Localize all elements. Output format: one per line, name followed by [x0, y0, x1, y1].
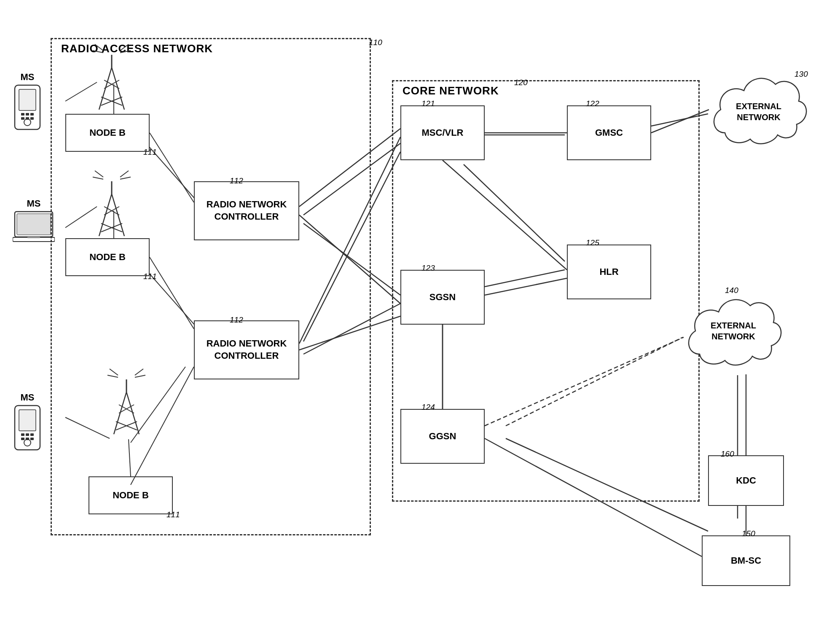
svg-line-44	[93, 51, 103, 53]
rnc2-ref: 112	[230, 315, 243, 325]
svg-rect-26	[30, 113, 34, 116]
antenna3	[105, 367, 148, 442]
nodeb3-ref: 111	[166, 510, 180, 519]
nodeb1-ref: 111	[143, 148, 157, 157]
svg-rect-29	[30, 117, 34, 120]
core-ref: 120	[514, 78, 528, 87]
ran-ref: 110	[369, 38, 382, 47]
ggsn-box: GGSN	[400, 409, 485, 464]
external-network1: EXTERNAL NETWORK	[708, 70, 809, 154]
svg-rect-27	[21, 117, 24, 120]
nodeb2-box: NODE B	[65, 238, 150, 276]
diagram: RADIO ACCESS NETWORK 110 CORE NETWORK 12…	[0, 0, 840, 637]
external-network2-label: EXTERNAL NETWORK	[711, 320, 756, 342]
sgsn-ref: 123	[421, 263, 435, 273]
hlr-ref: 125	[586, 238, 599, 247]
svg-rect-35	[19, 410, 36, 431]
svg-line-56	[120, 171, 129, 177]
svg-rect-28	[26, 117, 29, 120]
external-network1-label: EXTERNAL NETWORK	[736, 101, 781, 123]
ggsn-ref: 124	[421, 403, 435, 412]
svg-line-66	[107, 375, 118, 377]
kdc-ref: 160	[721, 449, 734, 459]
sgsn-box: SGSN	[400, 270, 485, 325]
svg-rect-39	[30, 433, 34, 436]
svg-rect-40	[21, 438, 24, 440]
mscvlr-box: MSC/VLR	[400, 105, 485, 160]
kdc-box: KDC	[708, 455, 784, 506]
svg-rect-33	[27, 237, 40, 238]
svg-rect-37	[21, 433, 24, 436]
svg-line-54	[95, 171, 103, 177]
svg-rect-31	[17, 214, 51, 235]
ran-title: RADIO ACCESS NETWORK	[61, 42, 213, 55]
nodeb2-ref: 111	[143, 272, 157, 281]
gmsc-ref: 122	[586, 99, 599, 108]
external-network2: EXTERNAL NETWORK	[683, 287, 784, 375]
svg-line-65	[110, 369, 118, 375]
antenna1	[91, 42, 133, 118]
bmsc-box: BM-SC	[702, 535, 790, 586]
svg-rect-38	[26, 433, 29, 436]
svg-rect-24	[21, 113, 24, 116]
rnc1-ref: 112	[230, 176, 243, 185]
svg-rect-22	[19, 89, 36, 110]
ms2-device: MS	[13, 198, 55, 242]
external2-ref: 140	[725, 286, 738, 295]
ms2-label: MS	[27, 198, 41, 209]
hlr-box: HLR	[567, 245, 651, 299]
core-title: CORE NETWORK	[403, 84, 499, 97]
svg-rect-41	[26, 438, 29, 440]
svg-line-46	[120, 51, 131, 53]
svg-line-55	[93, 177, 103, 179]
svg-point-23	[24, 119, 31, 126]
svg-line-67	[135, 369, 143, 375]
ms1-device: MS	[13, 72, 42, 131]
svg-line-43	[95, 44, 103, 51]
nodeb3-box: NODE B	[89, 476, 173, 514]
ms1-label: MS	[21, 72, 35, 83]
bmsc-ref: 150	[742, 529, 755, 538]
external1-ref: 130	[794, 70, 808, 79]
mscvlr-ref: 121	[421, 99, 435, 108]
ms3-label: MS	[21, 392, 35, 403]
svg-rect-25	[26, 113, 29, 116]
antenna2	[91, 169, 133, 244]
nodeb1-box: NODE B	[65, 114, 150, 152]
svg-point-36	[24, 439, 31, 446]
gmsc-box: GMSC	[567, 105, 651, 160]
svg-rect-42	[30, 438, 34, 440]
svg-line-68	[135, 375, 145, 377]
ms3-device: MS	[13, 392, 42, 451]
svg-line-57	[120, 177, 131, 179]
rnc2-box: RADIO NETWORK CONTROLLER	[194, 320, 299, 379]
svg-line-45	[120, 44, 129, 51]
rnc1-box: RADIO NETWORK CONTROLLER	[194, 181, 299, 240]
